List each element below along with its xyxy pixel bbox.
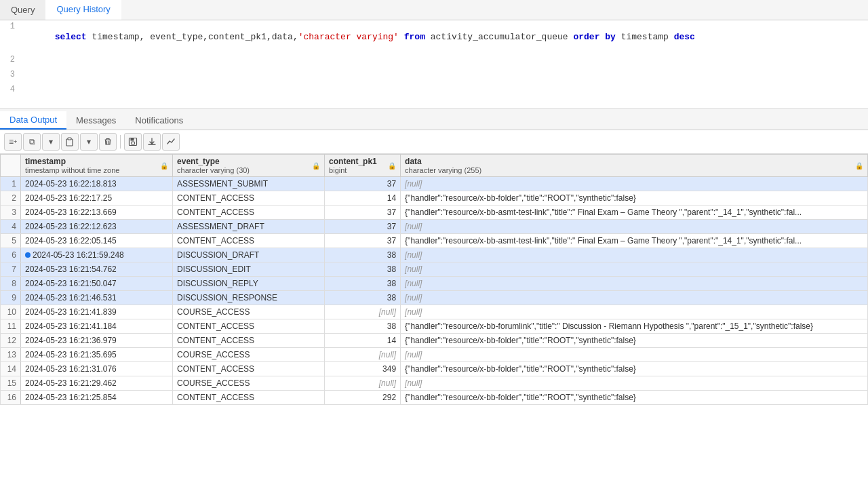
null-value: [null]	[405, 350, 422, 359]
data-cell: {"handler":"resource/x-bb-asmt-test-link…	[401, 206, 868, 220]
table-row[interactable]: 92024-05-23 16:21:46.531DISCUSSION_RESPO…	[1, 291, 868, 305]
th-event-type[interactable]: event_type character varying (30) 🔒	[173, 155, 325, 177]
content-pk1-cell: 38	[325, 291, 401, 305]
line-content-1[interactable]: select timestamp, event_type,content_pk1…	[20, 20, 868, 54]
null-value: [null]	[405, 265, 422, 274]
event-type-cell: CONTENT_ACCESS	[173, 191, 325, 206]
paste-dropdown-button[interactable]: ▾	[80, 133, 98, 151]
download-button[interactable]	[143, 133, 161, 151]
content-pk1-cell: 38	[325, 319, 401, 334]
timestamp-cell: 2024-05-23 16:22:12.623	[21, 220, 173, 234]
table-row[interactable]: 122024-05-23 16:21:36.979CONTENT_ACCESS1…	[1, 334, 868, 348]
table-row[interactable]: 52024-05-23 16:22:05.145CONTENT_ACCESS37…	[1, 234, 868, 248]
top-tabs: Query Query History	[0, 0, 868, 20]
null-value: [null]	[405, 378, 422, 388]
table-row[interactable]: 72024-05-23 16:21:54.762DISCUSSION_EDIT3…	[1, 262, 868, 277]
th-timestamp[interactable]: timestamp timestamp without time zone 🔒	[21, 155, 173, 177]
event-type-cell: CONTENT_ACCESS	[173, 319, 325, 334]
chart-button[interactable]	[162, 133, 180, 151]
th-timestamp-type: timestamp without time zone	[25, 166, 119, 174]
line-content-2[interactable]	[20, 54, 868, 66]
editor-line-4: 4	[0, 83, 868, 98]
null-value: [null]	[379, 378, 396, 388]
table-row[interactable]: 32024-05-23 16:22:13.669CONTENT_ACCESS37…	[1, 206, 868, 220]
data-cell: [null]	[401, 177, 868, 191]
row-number-cell: 11	[1, 319, 21, 334]
table-row[interactable]: 142024-05-23 16:21:31.076CONTENT_ACCESS3…	[1, 362, 868, 376]
copy-button[interactable]: ⧉	[23, 133, 41, 151]
content-pk1-cell: 292	[325, 391, 401, 405]
content-pk1-cell: 14	[325, 334, 401, 348]
data-cell: [null]	[401, 248, 868, 262]
timestamp-cell: 2024-05-23 16:22:18.813	[21, 177, 173, 191]
add-row-button[interactable]: ≡+	[4, 133, 22, 151]
table-row[interactable]: 22024-05-23 16:22:17.25CONTENT_ACCESS14{…	[1, 191, 868, 206]
event-type-cell: DISCUSSION_RESPONSE	[173, 291, 325, 305]
null-value: [null]	[405, 307, 422, 317]
table-row[interactable]: 112024-05-23 16:21:41.184CONTENT_ACCESS3…	[1, 319, 868, 334]
th-timestamp-name: timestamp	[25, 157, 119, 166]
tab-notifications[interactable]: Notifications	[125, 111, 193, 130]
content-pk1-cell: 14	[325, 191, 401, 206]
event-type-cell: CONTENT_ACCESS	[173, 334, 325, 348]
content-pk1-cell: 349	[325, 362, 401, 376]
table-row[interactable]: 132024-05-23 16:21:35.695COURSE_ACCESS[n…	[1, 348, 868, 362]
table-row[interactable]: 12024-05-23 16:22:18.813ASSESSMENT_SUBMI…	[1, 177, 868, 191]
editor-line-3: 3	[0, 69, 868, 83]
table-row[interactable]: 82024-05-23 16:21:50.047DISCUSSION_REPLY…	[1, 277, 868, 291]
line-content-4[interactable]	[20, 83, 868, 96]
th-event-type-type: character varying (30)	[177, 166, 250, 174]
null-value: [null]	[405, 250, 422, 260]
table-header-row: timestamp timestamp without time zone 🔒 …	[1, 155, 868, 177]
event-type-cell: COURSE_ACCESS	[173, 376, 325, 391]
delete-icon	[103, 137, 113, 146]
toolbar-separator	[120, 135, 121, 149]
line-content-3[interactable]	[20, 69, 868, 81]
content-pk1-cell: 38	[325, 277, 401, 291]
tab-query[interactable]: Query	[0, 0, 45, 20]
data-table-container[interactable]: timestamp timestamp without time zone 🔒 …	[0, 154, 868, 460]
tab-query-history[interactable]: Query History	[45, 0, 121, 20]
table-row[interactable]: 152024-05-23 16:21:29.462COURSE_ACCESS[n…	[1, 376, 868, 391]
event-type-cell: DISCUSSION_DRAFT	[173, 248, 325, 262]
null-value: [null]	[405, 222, 422, 231]
line-number-4: 4	[0, 83, 20, 94]
table-row[interactable]: 62024-05-23 16:21:59.248DISCUSSION_DRAFT…	[1, 248, 868, 262]
th-data[interactable]: data character varying (255) 🔒	[401, 155, 868, 177]
timestamp-cell: 2024-05-23 16:21:29.462	[21, 376, 173, 391]
query-editor: 1 select timestamp, event_type,content_p…	[0, 20, 868, 109]
timestamp-cell: 2024-05-23 16:21:25.854	[21, 391, 173, 405]
data-cell: {"handler":"resource/x-bb-folder","title…	[401, 191, 868, 206]
data-cell: [null]	[401, 220, 868, 234]
event-type-cell: ASSESSMENT_DRAFT	[173, 220, 325, 234]
paste-icon	[65, 137, 75, 146]
th-event-type-name: event_type	[177, 157, 250, 166]
row-number-cell: 16	[1, 391, 21, 405]
table-row[interactable]: 102024-05-23 16:21:41.839COURSE_ACCESS[n…	[1, 305, 868, 319]
th-event-type-lock-icon: 🔒	[312, 162, 320, 170]
tab-data-output[interactable]: Data Output	[0, 111, 66, 130]
table-row[interactable]: 42024-05-23 16:22:12.623ASSESSMENT_DRAFT…	[1, 220, 868, 234]
svg-rect-4	[132, 142, 135, 144]
timestamp-cell: 2024-05-23 16:21:36.979	[21, 334, 173, 348]
null-value: [null]	[405, 293, 422, 302]
th-content-pk1[interactable]: content_pk1 bigint 🔒	[325, 155, 401, 177]
data-cell: [null]	[401, 376, 868, 391]
timestamp-cell: 2024-05-23 16:22:13.669	[21, 206, 173, 220]
save-button[interactable]	[124, 133, 142, 151]
data-cell: [null]	[401, 305, 868, 319]
copy-dropdown-button[interactable]: ▾	[42, 133, 60, 151]
row-number-cell: 8	[1, 277, 21, 291]
data-cell: [null]	[401, 277, 868, 291]
data-cell: [null]	[401, 262, 868, 277]
data-cell: [null]	[401, 348, 868, 362]
event-type-cell: CONTENT_ACCESS	[173, 206, 325, 220]
table-row[interactable]: 162024-05-23 16:21:25.854CONTENT_ACCESS2…	[1, 391, 868, 405]
th-data-lock-icon: 🔒	[855, 162, 863, 170]
tab-messages[interactable]: Messages	[66, 111, 125, 130]
paste-button[interactable]	[61, 133, 79, 151]
th-row-number	[1, 155, 21, 177]
delete-button[interactable]	[99, 133, 117, 151]
event-type-cell: ASSESSMENT_SUBMIT	[173, 177, 325, 191]
line-number-3: 3	[0, 69, 20, 79]
